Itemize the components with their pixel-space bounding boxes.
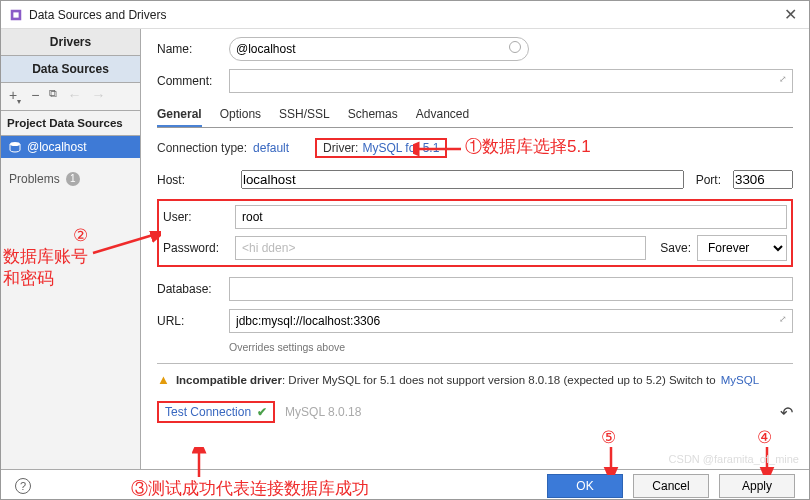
port-label: Port: [696, 173, 721, 187]
check-icon: ✔ [257, 405, 267, 419]
dialog-footer: ? OK Cancel Apply [1, 469, 809, 500]
svg-point-2 [10, 142, 20, 146]
user-label: User: [163, 210, 235, 224]
nav-forward-icon[interactable]: → [91, 87, 105, 106]
connection-type-label: Connection type: [157, 141, 247, 155]
database-label: Database: [157, 282, 229, 296]
tab-general[interactable]: General [157, 103, 202, 127]
tree-item-label: @localhost [27, 140, 87, 154]
app-icon [9, 8, 23, 22]
test-connection-highlight: Test Connection ✔ [157, 401, 275, 423]
ok-button[interactable]: OK [547, 474, 623, 498]
sidebar-toolbar: +▾ − ⧉ ← → [1, 83, 140, 111]
content-tabs: General Options SSH/SSL Schemas Advanced [157, 101, 793, 128]
user-input[interactable] [235, 205, 787, 229]
driver-highlight: Driver: MySQL for 5.1 [315, 138, 447, 158]
save-select[interactable]: Forever [697, 235, 787, 261]
copy-icon[interactable]: ⧉ [49, 87, 57, 106]
name-color-icon[interactable] [509, 41, 521, 53]
url-note: Overrides settings above [229, 341, 793, 353]
help-icon[interactable]: ? [15, 478, 31, 494]
sidebar-tab-drivers[interactable]: Drivers [1, 29, 140, 56]
tree-item-localhost[interactable]: @localhost [1, 136, 140, 158]
password-label: Password: [163, 241, 235, 255]
url-input[interactable] [229, 309, 793, 333]
host-input[interactable] [241, 170, 684, 189]
problems-link[interactable]: Problems 1 [1, 158, 140, 200]
driver-link[interactable]: MySQL for 5.1 [362, 141, 439, 155]
connection-type-link[interactable]: default [253, 141, 289, 155]
content-pane: Name: Comment: ⤢ General Options SSH/SSL… [141, 29, 809, 469]
comment-label: Comment: [157, 74, 229, 88]
title-bar: Data Sources and Drivers ✕ [1, 1, 809, 29]
window-title: Data Sources and Drivers [29, 8, 780, 22]
watermark: CSDN @faramita_of_mine [669, 453, 799, 465]
sidebar-section-title: Project Data Sources [1, 111, 140, 136]
sidebar-tab-data-sources[interactable]: Data Sources [1, 56, 140, 83]
host-label: Host: [157, 173, 229, 187]
test-connection-link[interactable]: Test Connection [165, 405, 251, 419]
password-input[interactable] [235, 236, 646, 260]
problems-badge: 1 [66, 172, 80, 186]
test-version: MySQL 8.0.18 [285, 405, 361, 419]
warning-text: : Driver MySQL for 5.1 does not support … [282, 374, 716, 386]
save-label: Save: [660, 241, 691, 255]
name-label: Name: [157, 42, 229, 56]
database-input[interactable] [229, 277, 793, 301]
tab-options[interactable]: Options [220, 103, 261, 127]
warning-link[interactable]: MySQL [721, 374, 759, 386]
name-input[interactable] [229, 37, 529, 61]
port-input[interactable] [733, 170, 793, 189]
problems-label: Problems [9, 172, 60, 186]
warning-icon: ▲ [157, 372, 170, 387]
apply-button[interactable]: Apply [719, 474, 795, 498]
svg-rect-1 [13, 12, 18, 17]
remove-icon[interactable]: − [31, 87, 39, 106]
warning-bold: Incompatible driver [176, 374, 282, 386]
driver-label: Driver: [323, 141, 358, 155]
undo-icon[interactable]: ↶ [780, 403, 793, 422]
add-icon[interactable]: +▾ [9, 87, 21, 106]
cancel-button[interactable]: Cancel [633, 474, 709, 498]
nav-back-icon[interactable]: ← [67, 87, 81, 106]
close-icon[interactable]: ✕ [780, 5, 801, 24]
warning-banner: ▲ Incompatible driver: Driver MySQL for … [157, 372, 793, 387]
tab-advanced[interactable]: Advanced [416, 103, 469, 127]
url-label: URL: [157, 314, 229, 328]
sidebar: Drivers Data Sources +▾ − ⧉ ← → Project … [1, 29, 141, 469]
tab-ssh-ssl[interactable]: SSH/SSL [279, 103, 330, 127]
comment-input[interactable] [229, 69, 793, 93]
tab-schemas[interactable]: Schemas [348, 103, 398, 127]
database-icon [9, 141, 21, 153]
credentials-highlight: User: Password: Save: Forever [157, 199, 793, 267]
